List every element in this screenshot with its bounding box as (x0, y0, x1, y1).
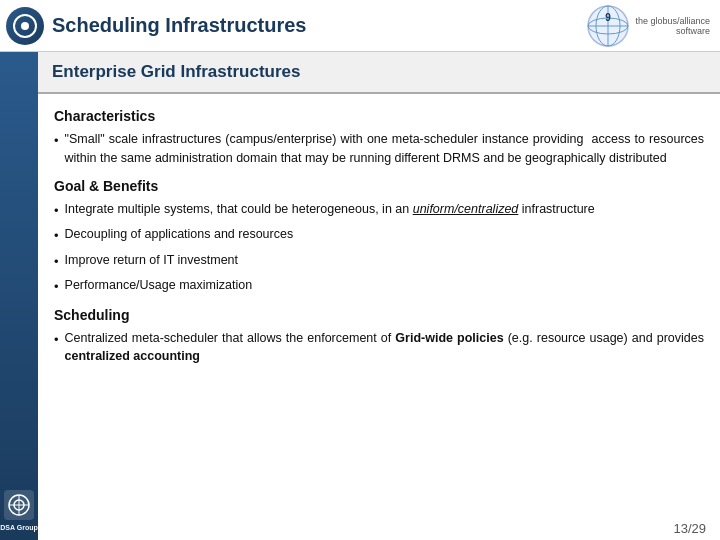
subheader: Enterprise Grid Infrastructures (38, 52, 720, 94)
bold-grid-wide: Grid-wide policies (395, 331, 503, 345)
bullet-icon: • (54, 201, 59, 221)
page-number: 13/29 (673, 521, 706, 536)
badge-label1: the globus/alliance (635, 16, 710, 26)
bullet-icon: • (54, 252, 59, 272)
logo-inner-icon (13, 14, 37, 38)
gridway-logo (6, 7, 44, 45)
characteristics-text: "Small" scale infrastructures (campus/en… (65, 130, 704, 168)
goals-bullet-1: Integrate multiple systems, that could b… (65, 200, 595, 219)
header: Scheduling Infrastructures 9 the globus/… (0, 0, 720, 52)
goals-bullet-2: Decoupling of applications and resources (65, 225, 294, 244)
section-characteristics-title: Characteristics (54, 108, 704, 124)
sidebar-logo-icon (4, 490, 34, 520)
header-right: 9 the globus/alliance software (587, 5, 710, 47)
list-item: • Performance/Usage maximization (54, 276, 704, 297)
sidebar-strip: DSA Group (0, 52, 38, 540)
section-goals-title: Goal & Benefits (54, 178, 704, 194)
bullet-icon: • (54, 277, 59, 297)
list-item: • Centralized meta-scheduler that allows… (54, 329, 704, 367)
subheader-title: Enterprise Grid Infrastructures (52, 62, 300, 82)
header-left: Scheduling Infrastructures (0, 7, 587, 45)
sidebar-dsa-label: DSA Group (0, 524, 37, 532)
list-item: • "Small" scale infrastructures (campus/… (54, 130, 704, 168)
bold-centralized-accounting: centralized accounting (65, 349, 200, 363)
list-item: • Improve return of IT investment (54, 251, 704, 272)
badge-label2: software (676, 26, 710, 36)
section-scheduling-title: Scheduling (54, 307, 704, 323)
bullet-icon: • (54, 226, 59, 246)
list-item: • Decoupling of applications and resourc… (54, 225, 704, 246)
goals-bullet-4: Performance/Usage maximization (65, 276, 253, 295)
sidebar-emblem-icon (8, 494, 30, 516)
italic-underline-text: uniform/centralized (413, 202, 519, 216)
bullet-icon: • (54, 330, 59, 350)
globe-badge-icon: 9 (587, 5, 629, 47)
scheduling-bullet-1: Centralized meta-scheduler that allows t… (65, 329, 704, 367)
list-item: • Integrate multiple systems, that could… (54, 200, 704, 221)
page-title: Scheduling Infrastructures (52, 14, 307, 37)
svg-text:9: 9 (606, 12, 612, 23)
main-content: Characteristics • "Small" scale infrastr… (38, 94, 720, 540)
goals-bullet-3: Improve return of IT investment (65, 251, 238, 270)
bullet-icon: • (54, 131, 59, 151)
